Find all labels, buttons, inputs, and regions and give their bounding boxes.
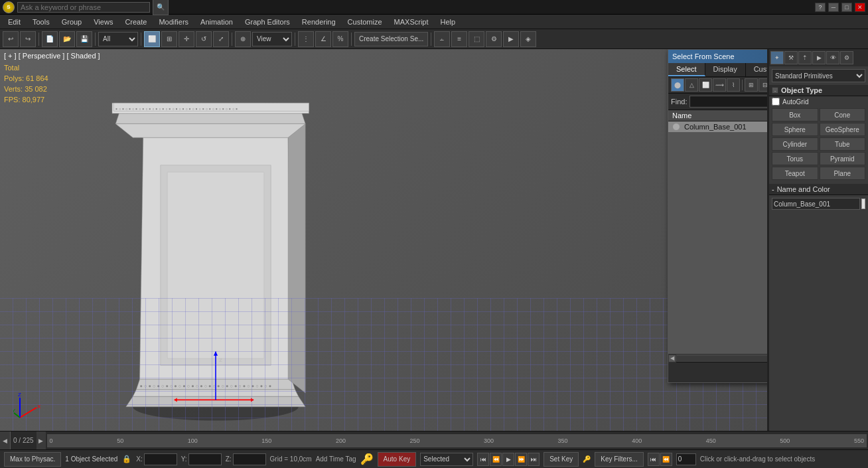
menu-modifiers[interactable]: Modifiers [153, 17, 194, 27]
close-btn[interactable]: ✕ [855, 3, 865, 12]
cone-btn[interactable]: Cone [820, 108, 866, 121]
minimize-btn[interactable]: ─ [828, 3, 839, 12]
title-search-input[interactable] [17, 2, 150, 13]
move-btn[interactable]: ✛ [179, 31, 194, 47]
scene-tab-display[interactable]: Display [705, 63, 746, 76]
time-end-btn[interactable]: ⏭ [528, 453, 540, 466]
timeline-arrow-right[interactable]: ▶ [36, 431, 46, 450]
snap-toggle[interactable]: ⋮ [298, 31, 314, 47]
sphere-btn[interactable]: Sphere [772, 123, 818, 136]
menu-edit[interactable]: Edit [3, 17, 26, 27]
help-btn[interactable]: ? [815, 3, 826, 12]
search-btn[interactable]: 🔍 [153, 0, 169, 15]
scene-tb-spline[interactable]: ⟿ [713, 78, 726, 92]
time-start-btn[interactable]: ⏮ [477, 453, 489, 466]
time-play-btn[interactable]: ▶ [502, 453, 514, 466]
menu-group[interactable]: Group [56, 17, 88, 27]
timeline-track[interactable]: 0 50 100 150 200 250 300 350 400 450 500… [47, 434, 867, 447]
section-toggle-name[interactable]: - [772, 185, 774, 193]
ref-coord-btn[interactable]: ⊕ [235, 31, 251, 47]
scene-tb-invert[interactable]: ⊟ [759, 78, 768, 92]
angle-snap[interactable]: ∠ [315, 31, 331, 47]
menu-customize[interactable]: Customize [342, 17, 388, 27]
scene-tab-select[interactable]: Select [668, 63, 705, 76]
autogrid-checkbox[interactable] [772, 98, 780, 106]
menu-graph-editors[interactable]: Graph Editors [240, 17, 295, 27]
scene-item-column-base[interactable]: Column_Base_001 [668, 121, 768, 132]
menu-create[interactable]: Create [119, 17, 152, 27]
frame-input[interactable] [676, 453, 696, 465]
scene-tb-all[interactable]: ⊞ [745, 78, 758, 92]
y-input[interactable] [188, 453, 222, 465]
render-btn[interactable]: ▶ [503, 31, 519, 47]
material-editor-btn[interactable]: ◈ [520, 31, 536, 47]
torus-btn[interactable]: Torus [772, 152, 818, 165]
menu-rendering[interactable]: Rendering [297, 17, 341, 27]
tube-btn[interactable]: Tube [820, 137, 866, 151]
x-input[interactable] [144, 453, 177, 465]
menu-tools[interactable]: Tools [27, 17, 55, 27]
auto-key-btn[interactable]: Auto Key [378, 452, 417, 467]
key-mode-select[interactable]: Selected [420, 453, 473, 466]
scroll-left[interactable]: ◀ [668, 354, 676, 362]
svg-line-21 [20, 408, 36, 418]
scene-find-input[interactable] [689, 96, 768, 108]
menu-views[interactable]: Views [88, 17, 118, 27]
layer-btn[interactable]: ⬚ [469, 31, 484, 47]
set-key-btn[interactable]: Set Key [543, 452, 579, 467]
rp-hierarchy-icon[interactable]: ⇡ [798, 51, 812, 64]
view-select[interactable]: View [252, 32, 292, 46]
time-next-btn[interactable]: ⏩ [515, 453, 527, 466]
scene-tb-bones[interactable]: ⌇ [727, 78, 740, 92]
timeline-nav-left[interactable]: ◀ [0, 431, 11, 450]
teapot-btn[interactable]: Teapot [772, 167, 818, 180]
app-logo: S [3, 1, 15, 13]
menu-maxscript[interactable]: MAXScript [389, 17, 434, 27]
scale-btn[interactable]: ⤢ [213, 31, 229, 47]
open-btn[interactable]: 📂 [59, 31, 75, 47]
scene-tb-box[interactable]: ⬜ [699, 78, 712, 92]
viewport[interactable]: ▪▫▪▫▪▫▪▫▪▫▪▫▪▫▪▫▪▫▪▫▪▫▪▫▪▫▪▫▪▫▪▫▪▫▪▫▪ ●○… [0, 49, 768, 431]
redo-btn[interactable]: ↪ [20, 31, 36, 47]
box-btn[interactable]: Box [772, 108, 818, 121]
select-btn[interactable]: ⬜ [144, 31, 160, 47]
plane-btn[interactable]: Plane [820, 167, 866, 180]
color-swatch[interactable] [861, 198, 865, 209]
geosphere-btn[interactable]: GeoSphere [820, 123, 866, 136]
name-field[interactable] [772, 198, 860, 210]
time-prev-btn[interactable]: ⏪ [490, 453, 502, 466]
filter-select[interactable]: All [98, 32, 138, 46]
scene-tb-sphere[interactable]: ⬤ [671, 78, 684, 92]
select-region-btn[interactable]: ⊞ [161, 31, 177, 47]
pyramid-btn[interactable]: Pyramid [820, 152, 866, 165]
key-filters-btn[interactable]: Key Filters... [595, 452, 644, 467]
z-input[interactable] [233, 453, 266, 465]
section-toggle-obj[interactable]: - [772, 87, 778, 94]
scene-tb-triangle[interactable]: △ [685, 78, 698, 92]
rp-modify-icon[interactable]: ⚒ [784, 51, 798, 64]
align-btn[interactable]: ≡ [451, 31, 467, 47]
menu-help[interactable]: Help [435, 17, 461, 27]
max-physac-btn[interactable]: Max to Physac. [4, 452, 61, 467]
rp-create-icon[interactable]: ✦ [770, 51, 784, 64]
rp-utilities-icon[interactable]: ⚙ [840, 51, 853, 64]
percent-snap[interactable]: % [332, 31, 348, 47]
undo-btn[interactable]: ↩ [3, 31, 19, 47]
rotate-btn[interactable]: ↺ [196, 31, 212, 47]
mark-50: 50 [117, 437, 123, 444]
scroll-track[interactable] [677, 356, 768, 361]
time-prev-btn-2[interactable]: ⏪ [660, 453, 672, 466]
rp-motion-icon[interactable]: ▶ [812, 51, 826, 64]
primitives-dropdown[interactable]: Standard Primitives [772, 69, 865, 82]
create-selection-btn[interactable]: Create Selection Se... [354, 32, 428, 46]
time-start-btn-2[interactable]: ⏮ [648, 453, 660, 466]
scene-tab-customize[interactable]: Customize [746, 63, 768, 76]
mirror-btn[interactable]: ⫠ [434, 31, 450, 47]
menu-animation[interactable]: Animation [195, 17, 238, 27]
new-btn[interactable]: 📄 [42, 31, 58, 47]
rp-display-icon[interactable]: 👁 [826, 51, 839, 64]
maximize-btn[interactable]: □ [841, 3, 852, 12]
cylinder-btn[interactable]: Cylinder [772, 137, 818, 151]
render-setup-btn[interactable]: ⚙ [486, 31, 502, 47]
save-btn[interactable]: 💾 [76, 31, 92, 47]
